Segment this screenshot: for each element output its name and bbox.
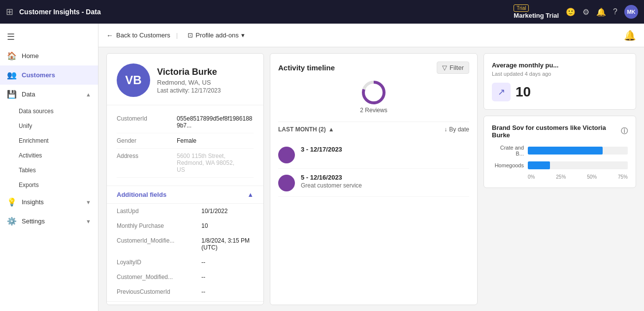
settings-chevron-icon: ▼	[86, 218, 91, 224]
profile-fields: CustomerId 055e8517899d5ef8f19861889b7..…	[107, 105, 263, 184]
grid-icon[interactable]: ⊞	[6, 6, 13, 17]
sidebar-child-activities[interactable]: Activities	[0, 148, 98, 163]
back-arrow-icon: ←	[106, 31, 113, 39]
customer-location: Redmond, WA, US	[157, 79, 221, 86]
axis-50: 50%	[587, 174, 597, 180]
brand-sov-title-text: Brand Sov for customers like Victoria Bu…	[492, 124, 618, 139]
insights-chevron-icon: ▼	[86, 199, 91, 205]
insights-icon: 💡	[7, 197, 17, 207]
profile-addons-chevron: ▾	[241, 31, 245, 39]
customer-name: Victoria Burke	[157, 67, 221, 77]
chart-axis: 0% 25% 50% 75%	[492, 174, 628, 180]
org-name: Marketing Trial	[514, 12, 559, 19]
monthly-purchase-value: 10	[515, 84, 531, 100]
add-field-previouscustomerid: PreviousCustomerId --	[107, 284, 263, 299]
sidebar-data-label: Data	[22, 91, 35, 98]
period-chevron-icon[interactable]: ▲	[328, 126, 334, 133]
home-icon: 🏠	[7, 51, 17, 61]
af-value-monthly: 10	[201, 222, 208, 229]
nav-divider: |	[176, 31, 178, 39]
add-field-loyaltyid: LoyaltyID --	[107, 255, 263, 270]
insight-value-row: ↗ 10	[492, 83, 628, 101]
profile-card: VB Victoria Burke Redmond, WA, US Last a…	[106, 53, 264, 305]
af-value-lastupd: 10/1/2022	[201, 208, 227, 215]
sidebar-child-datasources[interactable]: Data sources	[0, 104, 98, 119]
add-field-monthly: Monthly Purchase 10	[107, 218, 263, 233]
activity-note-2: Great customer service	[301, 182, 469, 189]
monthly-purchase-subtitle: Last updated 4 days ago	[492, 71, 628, 77]
af-value-loyaltyid: --	[201, 259, 205, 266]
hamburger-icon[interactable]: ☰	[0, 28, 98, 46]
additional-fields-list: LastUpd 10/1/2022 Monthly Purchase 10 Cu…	[107, 204, 263, 299]
add-field-customermodified: Customer_Modified... --	[107, 270, 263, 284]
af-label-customermod: Customer_Modified...	[117, 274, 195, 280]
sidebar-child-enrichment[interactable]: Enrichment	[0, 133, 98, 148]
af-value-previousid: --	[201, 288, 205, 295]
activity-item-2: 5 - 12/16/2023 Great customer service	[278, 169, 469, 197]
sidebar-item-customers[interactable]: 👥 Customers	[0, 65, 98, 85]
main-layout: ☰ 🏠 Home 👥 Customers 💾 Data ▲ Data sourc…	[0, 24, 644, 311]
af-label-lastupd: LastUpd	[117, 208, 195, 215]
sidebar-child-exports[interactable]: Exports	[0, 178, 98, 192]
activity-item-1: 3 - 12/17/2023	[278, 141, 469, 169]
timeline-circle	[362, 81, 386, 104]
sidebar-item-settings[interactable]: ⚙️ Settings ▼	[0, 212, 98, 231]
field-label-customerid: CustomerId	[117, 115, 171, 129]
topbar-right: Trial Marketing Trial 🙂 ⚙ 🔔 ? MK	[514, 4, 638, 19]
sidebar-item-insights[interactable]: 💡 Insights ▼	[0, 192, 98, 212]
profile-addons-button[interactable]: ⊡ Profile add-ons ▾	[184, 30, 248, 41]
activity-dot-1	[278, 147, 295, 163]
field-value-customerid: 055e8517899d5ef8f19861889b7...	[177, 115, 254, 129]
profile-header: VB Victoria Burke Redmond, WA, US Last a…	[107, 54, 263, 105]
data-icon: 💾	[7, 90, 17, 99]
back-label: Back to Customers	[116, 31, 170, 39]
sidebar-item-data[interactable]: 💾 Data ▲	[0, 85, 98, 104]
by-date-button[interactable]: ↓ By date	[444, 126, 469, 133]
timeline-circle-inner	[365, 84, 383, 101]
smiley-icon[interactable]: 🙂	[566, 7, 576, 17]
additional-fields-label: Additional fields	[117, 191, 166, 198]
activity-card: Activity timeline ▽ Filter 2 Reviews LAS…	[270, 53, 478, 305]
sidebar-home-label: Home	[22, 52, 39, 60]
monthly-purchase-box: Average monthly pu... Last updated 4 day…	[483, 53, 636, 110]
af-value-customermod: --	[201, 274, 205, 280]
gear-icon[interactable]: ⚙	[582, 7, 589, 17]
sidebar: ☰ 🏠 Home 👥 Customers 💾 Data ▲ Data sourc…	[0, 24, 98, 311]
axis-75: 75%	[618, 174, 628, 180]
profile-info: Victoria Burke Redmond, WA, US Last acti…	[157, 67, 221, 94]
by-date-label: By date	[449, 126, 469, 133]
add-field-lastupd: LastUpd 10/1/2022	[107, 204, 263, 218]
ids-header[interactable]: Ids ▲	[107, 301, 263, 305]
brand-sov-title: Brand Sov for customers like Victoria Bu…	[492, 124, 628, 139]
activity-score-2: 5 - 12/16/2023	[301, 174, 469, 181]
filter-label: Filter	[450, 64, 464, 71]
sidebar-child-unify[interactable]: Unify	[0, 119, 98, 133]
field-value-address: 5600 115th Street,Redmond, WA 98052,US	[177, 153, 234, 173]
sidebar-settings-label: Settings	[22, 218, 45, 225]
back-to-customers-button[interactable]: ← Back to Customers	[106, 31, 170, 39]
content-topnav: ← Back to Customers | ⊡ Profile add-ons …	[98, 24, 644, 47]
profile-addons-icon: ⊡	[188, 31, 193, 39]
filter-button[interactable]: ▽ Filter	[437, 62, 469, 74]
trend-up-icon: ↗	[492, 83, 511, 101]
chart-row-homegoods: Homegoods	[492, 161, 628, 169]
sidebar-child-tables[interactable]: Tables	[0, 163, 98, 178]
sidebar-item-home[interactable]: 🏠 Home	[0, 46, 98, 65]
activity-dot-2	[278, 175, 295, 191]
info-icon[interactable]: ⓘ	[621, 127, 628, 136]
af-label-loyaltyid: LoyaltyID	[117, 259, 195, 266]
period-label: LAST MONTH (2)	[278, 126, 326, 133]
notification-icon[interactable]: 🔔	[624, 30, 636, 41]
additional-fields-chevron: ▲	[247, 191, 254, 198]
additional-fields-header[interactable]: Additional fields ▲	[107, 186, 263, 204]
user-avatar[interactable]: MK	[624, 5, 638, 19]
af-label-previousid: PreviousCustomerId	[117, 288, 195, 295]
content-area: ← Back to Customers | ⊡ Profile add-ons …	[98, 24, 644, 311]
bell-icon[interactable]: 🔔	[596, 7, 606, 17]
help-icon[interactable]: ?	[613, 7, 617, 16]
chart-row-crate: Crate and B...	[492, 145, 628, 156]
activity-content-1: 3 - 12/17/2023	[301, 146, 469, 153]
profile-addons-label: Profile add-ons	[195, 31, 238, 39]
chart-bar-crate	[528, 147, 603, 155]
customer-avatar: VB	[117, 63, 150, 97]
